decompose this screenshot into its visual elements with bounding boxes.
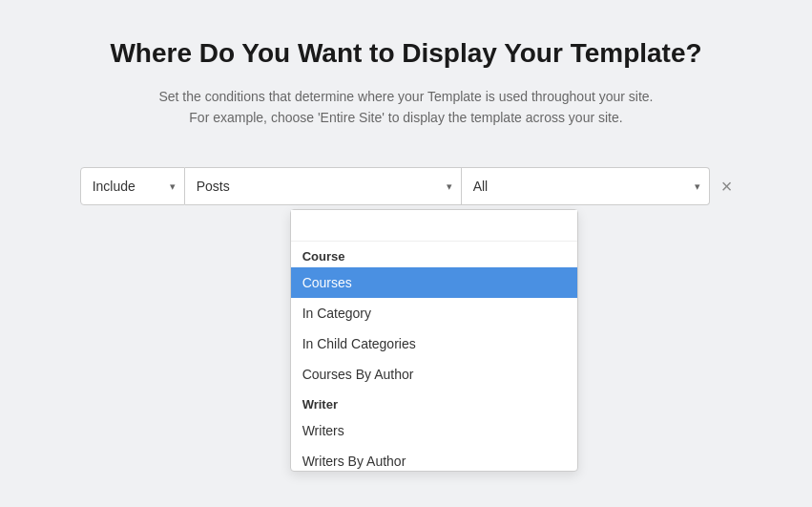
dropdown-container: Course Courses In Category In Child Cate… [290, 209, 578, 472]
dropdown-item-courses[interactable]: Courses [291, 267, 577, 298]
group-label-course: Course [291, 242, 577, 267]
posts-select-wrapper: Posts ▾ Course Courses In Category In Ch… [185, 167, 462, 205]
posts-select[interactable]: Posts [185, 167, 462, 205]
include-select-wrapper: Include ▾ [80, 167, 185, 205]
dropdown-list: Course Courses In Category In Child Cate… [291, 242, 577, 471]
dropdown-search-input[interactable] [291, 210, 577, 242]
page-subtitle: Set the conditions that determine where … [158, 86, 653, 129]
page-title: Where Do You Want to Display Your Templa… [110, 38, 701, 69]
include-select[interactable]: Include [80, 167, 185, 205]
dropdown-item-courses-by-author[interactable]: Courses By Author [291, 359, 577, 390]
dropdown-item-in-category[interactable]: In Category [291, 298, 577, 328]
group-label-writer: Writer [291, 390, 577, 415]
all-select-wrapper: All ▾ [462, 167, 710, 205]
controls-row: Include ▾ Posts ▾ Course Courses In Cate… [80, 167, 733, 205]
dropdown-item-writers[interactable]: Writers [291, 415, 577, 446]
all-select[interactable]: All [462, 167, 710, 205]
dropdown-item-in-child-categories[interactable]: In Child Categories [291, 328, 577, 359]
close-button[interactable]: × [710, 167, 733, 205]
dropdown-item-writers-by-author[interactable]: Writers By Author [291, 446, 577, 471]
